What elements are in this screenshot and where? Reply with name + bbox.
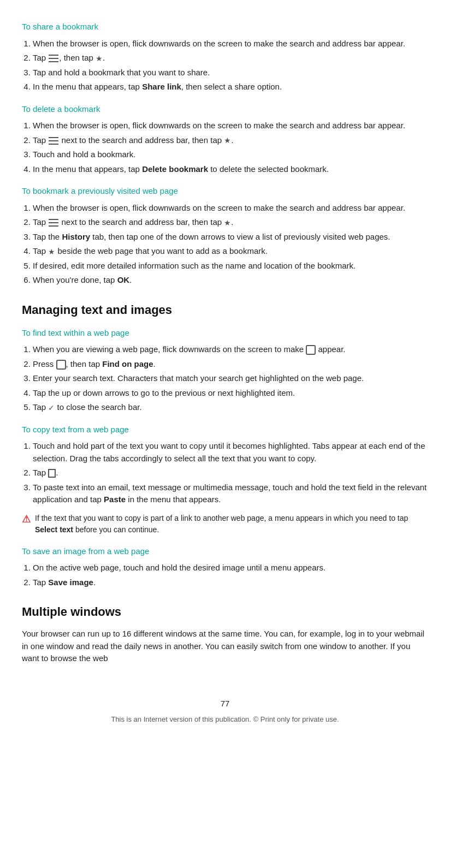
list-item: Tap .: [33, 467, 428, 479]
steps-find: When you are viewing a web page, flick d…: [33, 343, 428, 414]
section-copy-text: To copy text from a web page Touch and h…: [22, 424, 428, 536]
section-heading-share: To share a bookmark: [22, 21, 428, 33]
list-item: Tap and hold a bookmark that you want to…: [33, 67, 428, 79]
menu-icon: [49, 137, 58, 145]
chapter2-body: Your browser can run up to 16 different …: [22, 628, 428, 665]
section-heading-find: To find text within a web page: [22, 327, 428, 340]
chapter-heading-managing: Managing text and images: [22, 303, 428, 317]
list-item: Enter your search text. Characters that …: [33, 372, 428, 385]
steps-save-image: On the active web page, touch and hold t…: [33, 562, 428, 588]
check-icon: ✓: [48, 402, 55, 414]
list-item: Tap ★ beside the web page that you want …: [33, 245, 428, 258]
steps-copy: Touch and hold part of the text you want…: [33, 440, 428, 506]
section-heading-copy: To copy text from a web page: [22, 424, 428, 436]
list-item: When the browser is open, flick downward…: [33, 202, 428, 215]
note-icon: ⚠: [22, 513, 31, 525]
list-item: Tap Save image.: [33, 576, 428, 589]
list-item: Touch and hold part of the text you want…: [33, 440, 428, 465]
search-icon: [306, 345, 316, 355]
section-save-image: To save an image from a web page On the …: [22, 545, 428, 589]
search-icon-2: [56, 360, 66, 370]
list-item: On the active web page, touch and hold t…: [33, 562, 428, 574]
section-bookmark-previously: To bookmark a previously visited web pag…: [22, 185, 428, 287]
steps-previously: When the browser is open, flick downward…: [33, 202, 428, 287]
list-item: Tap ✓ to close the search bar.: [33, 401, 428, 414]
star-icon: ★: [224, 217, 231, 229]
list-item: When the browser is open, flick downward…: [33, 38, 428, 50]
section-heading-save-image: To save an image from a web page: [22, 545, 428, 558]
section-find-text: To find text within a web page When you …: [22, 327, 428, 414]
list-item: Press , then tap Find on page.: [33, 358, 428, 371]
list-item: Touch and hold a bookmark.: [33, 148, 428, 161]
list-item: When you are viewing a web page, flick d…: [33, 343, 428, 356]
menu-icon: [49, 55, 58, 62]
list-item: To paste text into an email, text messag…: [33, 481, 428, 506]
steps-delete: When the browser is open, flick downward…: [33, 120, 428, 175]
list-item: Tap the up or down arrows to go to the p…: [33, 387, 428, 400]
section-share-bookmark: To share a bookmark When the browser is …: [22, 21, 428, 93]
list-item: Tap , then tap ★.: [33, 52, 428, 64]
menu-icon: [49, 219, 58, 227]
chapter-heading-windows: Multiple windows: [22, 605, 428, 619]
steps-share: When the browser is open, flick downward…: [33, 38, 428, 93]
note-copy-text: ⚠ If the text that you want to copy is p…: [22, 513, 428, 536]
list-item: Tap next to the search and address bar, …: [33, 216, 428, 229]
section-heading-previously: To bookmark a previously visited web pag…: [22, 185, 428, 198]
star-icon: ★: [224, 135, 231, 146]
section-delete-bookmark: To delete a bookmark When the browser is…: [22, 103, 428, 176]
page-number: 77: [22, 698, 428, 710]
list-item: Tap the History tab, then tap one of the…: [33, 231, 428, 243]
list-item: When the browser is open, flick downward…: [33, 120, 428, 132]
copy-icon: [48, 469, 56, 478]
list-item: In the menu that appears, tap Share link…: [33, 81, 428, 93]
list-item: If desired, edit more detailed informati…: [33, 260, 428, 272]
list-item: In the menu that appears, tap Delete boo…: [33, 163, 428, 176]
section-heading-delete: To delete a bookmark: [22, 103, 428, 116]
footer-text: This is an Internet version of this publ…: [22, 714, 428, 725]
note-text: If the text that you want to copy is par…: [35, 513, 428, 536]
star-filled-icon: ★: [48, 246, 55, 258]
list-item: Tap next to the search and address bar, …: [33, 134, 428, 147]
star-icon: ★: [96, 53, 103, 64]
page-footer: 77 This is an Internet version of this p…: [22, 687, 428, 725]
list-item: When you're done, tap OK.: [33, 274, 428, 287]
